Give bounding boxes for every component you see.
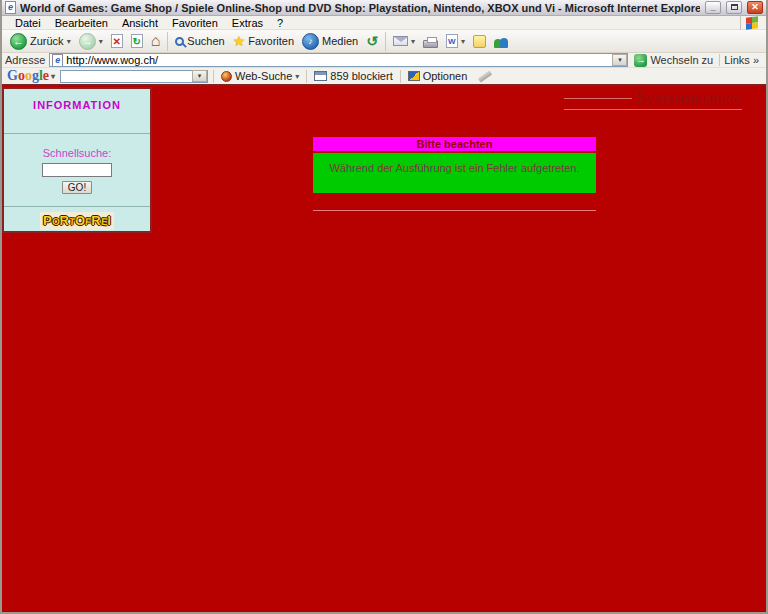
menu-favoriten[interactable]: Favoriten (165, 17, 225, 29)
address-bar: Adresse e http://www.wog.ch/ ▾ → Wechsel… (2, 53, 766, 68)
portofrei-logo-text: PortoFrei (43, 211, 111, 228)
refresh-icon: ↻ (131, 34, 143, 48)
go-arrow-icon: → (634, 54, 647, 67)
windows-logo-box (740, 16, 760, 30)
quicksearch-input[interactable] (42, 163, 112, 177)
mail-dropdown-icon[interactable]: ▾ (411, 37, 415, 46)
google-logo-text: Google (7, 68, 49, 84)
media-icon: ♪ (302, 33, 319, 50)
sidebar-heading: INFORMATION (4, 99, 150, 111)
back-label: Zurück (30, 35, 64, 47)
sidebar-divider (4, 206, 150, 207)
address-url[interactable]: http://www.wog.ch/ (66, 54, 609, 66)
back-dropdown-icon[interactable]: ▾ (67, 37, 71, 46)
google-search-dropdown[interactable]: ▾ (192, 70, 207, 82)
messenger-button[interactable] (490, 34, 512, 49)
print-button[interactable] (419, 34, 442, 49)
links-chevron-icon[interactable]: » (753, 54, 759, 66)
window-title: World of Games: Game Shop / Spiele Onlin… (20, 2, 700, 14)
web-search-icon (221, 71, 232, 82)
history-button[interactable]: ↺ (362, 33, 382, 49)
windows-logo-icon (746, 16, 758, 29)
discuss-button[interactable] (469, 34, 490, 49)
web-search-label: Web-Suche (235, 70, 292, 82)
address-input[interactable]: e http://www.wog.ch/ ▾ (49, 53, 628, 67)
history-icon: ↺ (366, 34, 378, 48)
mail-icon (393, 36, 408, 46)
information-sidebar: INFORMATION Schnellsuche: GO! PortoFrei (2, 87, 152, 233)
menu-extras[interactable]: Extras (225, 17, 270, 29)
back-icon: ← (10, 33, 27, 50)
notice-error-message: Während der Ausführung ist ein Fehler au… (313, 153, 596, 193)
forward-icon: → (79, 33, 96, 50)
menu-datei[interactable]: Datei (8, 17, 48, 29)
links-label: Links (724, 54, 750, 66)
search-icon (175, 37, 184, 46)
options-label: Optionen (423, 70, 468, 82)
restore-button[interactable] (726, 1, 742, 14)
google-toolbar: Google ▾ ▾ Web-Suche ▾ 859 blockiert Opt… (2, 68, 766, 84)
page-content: INFORMATION Schnellsuche: GO! PortoFrei … (2, 84, 766, 612)
home-icon: ⌂ (151, 33, 161, 49)
notice-divider (313, 210, 596, 211)
google-logo[interactable]: Google ▾ (7, 68, 55, 84)
favorites-star-icon: ★ (233, 34, 246, 48)
go-to-button[interactable]: → Wechseln zu (632, 54, 715, 67)
address-dropdown-button[interactable]: ▾ (612, 54, 627, 66)
forward-button[interactable]: → ▾ (75, 32, 107, 51)
web-search-button[interactable]: Web-Suche ▾ (219, 70, 301, 82)
google-search-input[interactable] (61, 71, 192, 82)
google-dropdown-icon[interactable]: ▾ (51, 72, 55, 81)
highlighter-pen-icon[interactable] (478, 70, 492, 82)
system-message-heading: Systemmeldung (564, 88, 742, 110)
stop-button[interactable]: ✕ (107, 33, 127, 49)
menu-ansicht[interactable]: Ansicht (115, 17, 165, 29)
quicksearch-label: Schnellsuche: (4, 147, 150, 159)
go-to-label: Wechseln zu (650, 54, 713, 66)
standard-toolbar: ← Zurück ▾ → ▾ ✕ ↻ ⌂ Suchen ★ Favoriten … (2, 30, 766, 53)
menu-bearbeiten[interactable]: Bearbeiten (48, 17, 115, 29)
quicksearch-go-button[interactable]: GO! (62, 181, 92, 194)
forward-dropdown-icon[interactable]: ▾ (99, 37, 103, 46)
browser-window: e World of Games: Game Shop / Spiele Onl… (0, 0, 768, 614)
home-button[interactable]: ⌂ (147, 32, 165, 50)
popup-blocked-label: 859 blockiert (330, 70, 392, 82)
popup-blocked-button[interactable]: 859 blockiert (312, 70, 394, 82)
options-icon (408, 71, 420, 81)
favorites-label: Favoriten (248, 35, 294, 47)
googlebar-separator (213, 70, 214, 83)
googlebar-separator (400, 70, 401, 83)
system-heading-text: Systemmeldung (636, 88, 742, 108)
minimize-button[interactable]: _ (705, 1, 721, 14)
googlebar-separator (306, 70, 307, 83)
back-button[interactable]: ← Zurück ▾ (6, 32, 75, 51)
toolbar-separator (385, 32, 386, 51)
options-button[interactable]: Optionen (406, 70, 470, 82)
google-search-box[interactable]: ▾ (60, 70, 208, 83)
popup-blocker-icon (314, 71, 327, 81)
mail-button[interactable]: ▾ (389, 35, 419, 47)
heading-rule-left (564, 98, 632, 99)
discuss-note-icon (473, 35, 486, 48)
notice-header: Bitte beachten (313, 137, 596, 151)
portofrei-logo: PortoFrei (40, 212, 114, 230)
links-toolbar[interactable]: Links » (719, 54, 763, 66)
refresh-button[interactable]: ↻ (127, 33, 147, 49)
close-button[interactable]: ✕ (747, 1, 763, 14)
media-button[interactable]: ♪ Medien (298, 32, 362, 51)
notice-box: Bitte beachten Während der Ausführung is… (313, 137, 596, 211)
address-label: Adresse (5, 54, 45, 66)
search-button[interactable]: Suchen (171, 34, 228, 48)
sidebar-divider (4, 133, 150, 134)
print-icon (423, 40, 438, 48)
web-search-dropdown-icon[interactable]: ▾ (295, 72, 299, 81)
restore-icon (731, 4, 738, 10)
edit-dropdown-icon[interactable]: ▾ (461, 37, 465, 46)
menu-bar: Datei Bearbeiten Ansicht Favoriten Extra… (2, 16, 766, 30)
stop-icon: ✕ (111, 34, 123, 48)
favorites-button[interactable]: ★ Favoriten (229, 33, 298, 49)
edit-button[interactable]: W ▾ (442, 33, 469, 49)
edit-word-icon: W (446, 34, 458, 48)
title-bar: e World of Games: Game Shop / Spiele Onl… (2, 0, 766, 16)
menu-hilfe[interactable]: ? (270, 17, 290, 29)
